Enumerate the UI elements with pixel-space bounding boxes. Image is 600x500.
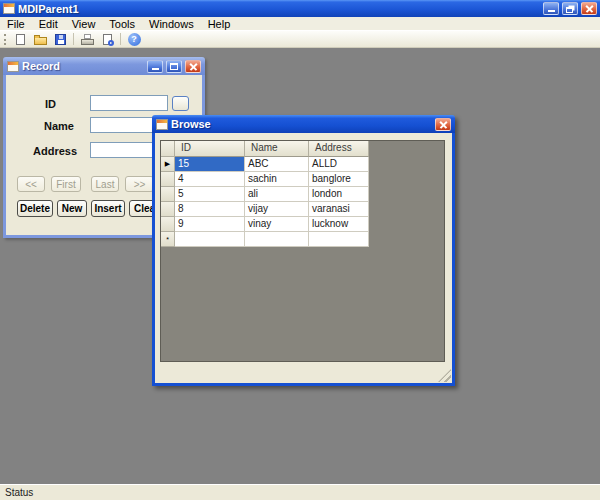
cell-id[interactable]: 5: [175, 187, 245, 202]
grid-row: 4 sachin banglore: [161, 172, 444, 187]
grid-row: ▶ 15 ABC ALLD: [161, 157, 444, 172]
row-header[interactable]: [161, 187, 175, 202]
cell-name-empty[interactable]: [245, 232, 309, 247]
cell-address-empty[interactable]: [309, 232, 369, 247]
print-button[interactable]: [78, 32, 96, 47]
cell-address[interactable]: lucknow: [309, 217, 369, 232]
status-text: Status: [5, 487, 33, 498]
current-row-marker[interactable]: ▶: [161, 157, 175, 172]
nav-next-button[interactable]: >>: [125, 176, 154, 192]
statusbar: Status: [0, 484, 600, 500]
grid-new-row: *: [161, 232, 444, 247]
menu-file[interactable]: File: [0, 17, 32, 30]
cell-name[interactable]: vijay: [245, 202, 309, 217]
row-header[interactable]: [161, 217, 175, 232]
nav-previous-button[interactable]: <<: [17, 176, 45, 192]
browse-form-icon: [156, 119, 168, 130]
close-button[interactable]: [581, 2, 597, 15]
address-label: Address: [33, 145, 77, 157]
minimize-button[interactable]: [543, 2, 559, 15]
toolbar-separator: [73, 33, 74, 45]
record-form-icon: [7, 61, 19, 72]
record-window-title: Record: [22, 60, 144, 72]
browse-window: Browse ID Name Address ▶ 15 ABC ALLD: [152, 115, 455, 386]
new-document-icon: [16, 34, 25, 45]
minimize-icon: [548, 10, 555, 12]
record-minimize-button[interactable]: [147, 60, 163, 73]
close-icon: [439, 120, 448, 129]
record-titlebar[interactable]: Record: [3, 57, 205, 75]
record-maximize-button[interactable]: [166, 60, 182, 73]
toolbar: ?: [0, 31, 600, 48]
save-floppy-icon: [55, 34, 66, 45]
row-header[interactable]: [161, 202, 175, 217]
cell-name[interactable]: ali: [245, 187, 309, 202]
row-header[interactable]: [161, 172, 175, 187]
main-titlebar[interactable]: MDIParent1: [0, 0, 600, 17]
open-folder-icon: [34, 37, 47, 45]
help-icon: ?: [128, 33, 141, 46]
column-header-address[interactable]: Address: [309, 141, 369, 157]
cell-id[interactable]: 9: [175, 217, 245, 232]
browse-titlebar[interactable]: Browse: [152, 115, 455, 133]
restore-icon: [566, 7, 573, 13]
resize-grip[interactable]: [438, 369, 451, 382]
main-window-title: MDIParent1: [18, 3, 540, 15]
record-close-button[interactable]: [185, 60, 201, 73]
column-header-id[interactable]: ID: [175, 141, 245, 157]
grid-row: 5 ali london: [161, 187, 444, 202]
menubar: File Edit View Tools Windows Help: [0, 17, 600, 31]
cell-name[interactable]: vinay: [245, 217, 309, 232]
menu-edit[interactable]: Edit: [32, 17, 65, 30]
close-icon: [585, 4, 594, 13]
id-label: ID: [45, 98, 56, 110]
browse-close-button[interactable]: [435, 118, 451, 131]
toolbar-separator: [120, 33, 121, 45]
cell-name[interactable]: ABC: [245, 157, 309, 172]
save-button[interactable]: [51, 32, 69, 47]
grid-row: 9 vinay lucknow: [161, 217, 444, 232]
open-button[interactable]: [31, 32, 49, 47]
mdi-parent-window: MDIParent1 File Edit View Tools Windows …: [0, 0, 600, 500]
delete-button[interactable]: Delete: [17, 200, 53, 217]
cell-address[interactable]: ALLD: [309, 157, 369, 172]
menu-view[interactable]: View: [65, 17, 103, 30]
cell-id-empty[interactable]: [175, 232, 245, 247]
insert-button[interactable]: Insert: [91, 200, 125, 217]
column-header-name[interactable]: Name: [245, 141, 309, 157]
print-preview-icon: [103, 34, 112, 45]
data-grid[interactable]: ID Name Address ▶ 15 ABC ALLD 4 sachin b…: [160, 140, 445, 362]
cell-address[interactable]: banglore: [309, 172, 369, 187]
print-preview-button[interactable]: [98, 32, 116, 47]
cell-name[interactable]: sachin: [245, 172, 309, 187]
toolbar-grip[interactable]: [4, 34, 7, 45]
cell-address[interactable]: london: [309, 187, 369, 202]
minimize-icon: [152, 68, 159, 70]
nav-first-button[interactable]: First: [51, 176, 81, 192]
grid-header-row: ID Name Address: [161, 141, 444, 157]
print-icon: [81, 34, 94, 45]
id-field[interactable]: [90, 95, 168, 111]
nav-last-button[interactable]: Last: [91, 176, 119, 192]
restore-button[interactable]: [562, 2, 578, 15]
grid-corner-header[interactable]: [161, 141, 175, 157]
id-browse-button[interactable]: [172, 96, 189, 111]
maximize-icon: [170, 63, 178, 70]
menu-help[interactable]: Help: [201, 17, 238, 30]
new-record-button[interactable]: New: [57, 200, 87, 217]
browse-window-title: Browse: [171, 118, 432, 130]
name-label: Name: [44, 120, 74, 132]
browse-form-body: ID Name Address ▶ 15 ABC ALLD 4 sachin b…: [152, 133, 455, 386]
cell-id[interactable]: 8: [175, 202, 245, 217]
new-button[interactable]: [11, 32, 29, 47]
menu-windows[interactable]: Windows: [142, 17, 201, 30]
cell-address[interactable]: varanasi: [309, 202, 369, 217]
cell-id[interactable]: 15: [175, 157, 245, 172]
close-icon: [189, 62, 198, 71]
grid-row: 8 vijay varanasi: [161, 202, 444, 217]
help-button[interactable]: ?: [125, 32, 143, 47]
new-row-marker[interactable]: *: [161, 232, 175, 247]
cell-id[interactable]: 4: [175, 172, 245, 187]
menu-tools[interactable]: Tools: [102, 17, 142, 30]
app-icon: [3, 3, 15, 14]
